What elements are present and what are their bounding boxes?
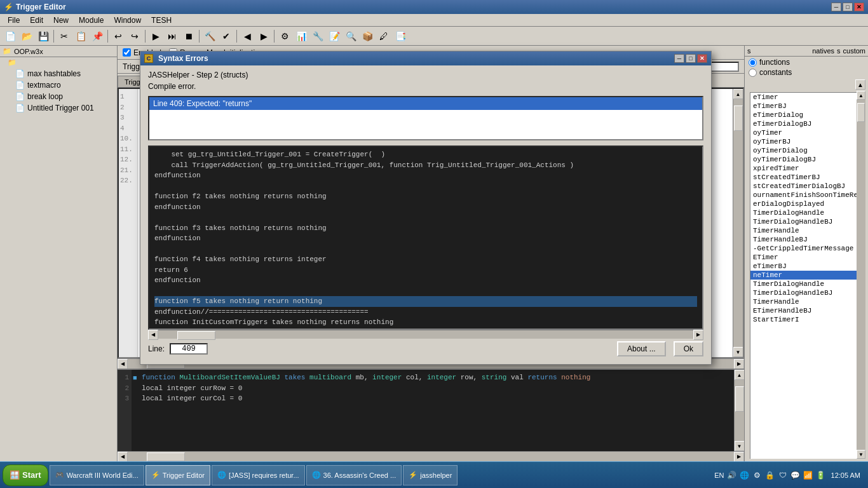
toolbar-extra1[interactable]: ⚙ — [277, 29, 292, 44]
error-item-0[interactable]: Line 409: Expected: "returns" — [149, 97, 702, 110]
code-scrollbar-v[interactable]: ▲ ▼ — [733, 89, 743, 357]
menu-edit[interactable]: Edit — [25, 15, 48, 26]
fn-scroll-down[interactable]: ▼ — [857, 450, 865, 459]
tree-item-max-hashtables[interactable]: 📄 max hashtables — [0, 68, 117, 79]
syntax-errors-modal[interactable]: C Syntax Errors ─ □ ✕ JASSHelper - Step … — [140, 51, 712, 365]
fn-item-oytimer[interactable]: oyTimer — [750, 128, 862, 137]
bottom-scrollbar-v[interactable]: ▲ ▼ — [734, 370, 744, 451]
fn-item-timerhandlebj[interactable]: TimerHandleBJ — [750, 235, 862, 244]
fn-item-xpiredtimer[interactable]: xpiredTimer — [750, 164, 862, 173]
radio-constants-input[interactable] — [749, 69, 757, 77]
bottom-code-content[interactable]: function MultiboardSetItemValueBJ takes … — [139, 370, 734, 451]
about-button[interactable]: About ... — [617, 341, 666, 356]
modal-minimize[interactable]: ─ — [674, 54, 684, 63]
fn-item-erdialogdisplayed[interactable]: erDialogDisplayed — [750, 200, 862, 208]
menu-file[interactable]: File — [3, 15, 25, 26]
toolbar-prev[interactable]: ◀ — [240, 29, 255, 44]
fn-item-starttimeri[interactable]: StartTimerI — [750, 315, 862, 324]
tree-sub-expand[interactable]: 📁 — [8, 58, 17, 67]
scroll-track-v[interactable] — [733, 99, 743, 347]
taskbar-assassin[interactable]: 🌐 36. Assassin's Creed ... — [306, 465, 402, 485]
fn-item-etimerhandlebj[interactable]: ETimerHandleBJ — [750, 306, 862, 315]
preview-scroll-thumb[interactable] — [177, 331, 215, 340]
toolbar-redo[interactable]: ↪ — [127, 29, 142, 44]
minimize-button[interactable]: ─ — [831, 3, 841, 11]
taskbar-warcraft[interactable]: 🎮 Warcraft III World Edi... — [50, 465, 144, 485]
toolbar-extra2[interactable]: 📊 — [294, 29, 309, 44]
scroll-left-arrow[interactable]: ◀ — [118, 359, 128, 369]
toolbar-stop[interactable]: ⏹ — [181, 29, 196, 44]
fn-item-etimerdiabj[interactable]: eTimerDialogBJ — [750, 119, 862, 128]
taskbar-jass[interactable]: 🌐 [JASS] requires retur... — [212, 465, 305, 485]
toolbar-new[interactable]: 📄 — [3, 29, 18, 44]
fn-item-etimer[interactable]: eTimer — [750, 93, 862, 102]
fn-item-timerdialoghandle[interactable]: TimerDialogHandle — [750, 208, 862, 217]
menu-new[interactable]: New — [48, 15, 74, 26]
fn-item-timerhandle[interactable]: TimerHandle — [750, 226, 862, 235]
toolbar-cut[interactable]: ✂ — [57, 29, 72, 44]
bottom-scroll-thumb[interactable] — [735, 386, 744, 412]
preview-scroll-track[interactable] — [158, 330, 693, 339]
toolbar-copy[interactable]: 📋 — [73, 29, 88, 44]
toolbar-build[interactable]: 🔨 — [202, 29, 217, 44]
scroll-thumb-v[interactable] — [734, 105, 743, 131]
code-preview[interactable]: set gg_trg_Untitled_Trigger_001 = Create… — [148, 146, 703, 330]
bottom-scroll-thumb-h[interactable] — [147, 452, 185, 461]
fn-item-oytimerdiabj[interactable]: oyTimerDialogBJ — [750, 155, 862, 164]
menu-tesh[interactable]: TESH — [146, 15, 177, 26]
preview-scroll-right[interactable]: ▶ — [693, 330, 703, 340]
tree-item-untitled[interactable]: 📄 Untitled Trigger 001 — [0, 102, 117, 114]
toolbar-run[interactable]: ▶ — [148, 29, 163, 44]
fn-item-timerdialoghandlebj2[interactable]: TimerDialogHandleBJ — [750, 288, 862, 297]
ok-button[interactable]: Ok — [674, 341, 703, 356]
toolbar-paste[interactable]: 📌 — [90, 29, 105, 44]
fn-item-etimerbj2[interactable]: eTimerBJ — [750, 262, 862, 271]
toolbar-extra7[interactable]: 🖊 — [376, 29, 391, 44]
start-button[interactable]: 🪟 Start — [3, 464, 48, 486]
toolbar-extra8[interactable]: 📑 — [393, 29, 408, 44]
fn-item-getcrippled[interactable]: -GetCrippledTimerMessage — [750, 244, 862, 253]
toolbar-next[interactable]: ▶ — [256, 29, 271, 44]
scroll-down-arrow[interactable]: ▼ — [733, 347, 743, 357]
fn-item-netimer[interactable]: neTimer — [750, 271, 862, 280]
maximize-button[interactable]: □ — [843, 3, 853, 11]
fn-item-ournament[interactable]: ournamentFinishSoonTimeRemaining — [750, 191, 862, 200]
enabled-checkbox[interactable] — [123, 48, 131, 57]
tree-item-break-loop[interactable]: 📄 break loop — [0, 91, 117, 102]
bottom-scroll-track[interactable] — [735, 380, 744, 441]
scroll-up-arrow[interactable]: ▲ — [733, 89, 743, 99]
fn-item-etimerbj[interactable]: eTimerBJ — [750, 102, 862, 111]
radio-functions-input[interactable] — [749, 58, 757, 67]
toolbar-open[interactable]: 📂 — [19, 29, 34, 44]
toolbar-extra6[interactable]: 📦 — [360, 29, 375, 44]
toolbar-extra3[interactable]: 🔧 — [310, 29, 325, 44]
toolbar-test[interactable]: ⏭ — [165, 29, 180, 44]
error-list[interactable]: Line 409: Expected: "returns" — [148, 96, 703, 140]
close-button[interactable]: ✕ — [854, 3, 864, 11]
scroll-right-arrow[interactable]: ▶ — [734, 359, 744, 369]
tree-item-textmacro[interactable]: 📄 textmacro — [0, 79, 117, 91]
bottom-scroll-down[interactable]: ▼ — [735, 441, 745, 451]
toolbar-save[interactable]: 💾 — [36, 29, 51, 44]
fn-scroll-up[interactable]: ▲ — [857, 91, 865, 100]
fn-item-oytimerdialog[interactable]: oyTimerDialog — [750, 146, 862, 155]
bottom-scroll-up[interactable]: ▲ — [735, 370, 745, 380]
taskbar-trigger-editor[interactable]: ⚡ Trigger Editor — [146, 465, 210, 485]
preview-scrollbar-h[interactable]: ◀ ▶ — [148, 330, 703, 339]
fn-item-timerhandle2[interactable]: TimerHandle — [750, 297, 862, 306]
toolbar-undo[interactable]: ↩ — [111, 29, 126, 44]
fn-item-oytimerbj[interactable]: oyTimerBJ — [750, 137, 862, 146]
bottom-scroll-right[interactable]: ▶ — [734, 452, 744, 462]
fn-item-etimerdialog[interactable]: eTimerDialog — [750, 111, 862, 119]
fn-item-etimer2[interactable]: ETimer — [750, 253, 862, 262]
bottom-scroll-track-h[interactable] — [128, 452, 734, 461]
modal-maximize[interactable]: □ — [686, 54, 696, 63]
toolbar-extra5[interactable]: 🔍 — [343, 29, 358, 44]
menu-window[interactable]: Window — [109, 15, 146, 26]
fn-item-stcreatedtimerdiabj[interactable]: stCreatedTimerDialogBJ — [750, 182, 862, 191]
tree-expand[interactable]: 📁 — [3, 47, 11, 55]
menu-module[interactable]: Module — [74, 15, 109, 26]
taskbar-jasshelper[interactable]: ⚡ jasshelper — [403, 465, 458, 485]
fn-scroll-thumb[interactable] — [857, 103, 865, 122]
toolbar-extra4[interactable]: 📝 — [327, 29, 342, 44]
